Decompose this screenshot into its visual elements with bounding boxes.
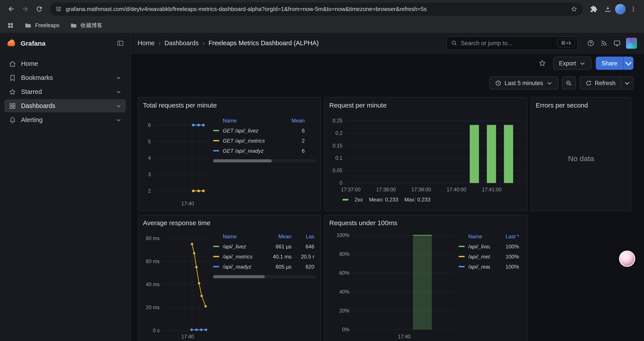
breadcrumb-separator: ›: [202, 40, 204, 46]
legend-scrollbar[interactable]: [213, 159, 316, 162]
legend-scrollbar[interactable]: [213, 275, 316, 278]
line-chart[interactable]: 80 ms60 ms40 ms20 ms0 s17:40: [143, 229, 210, 341]
legend-row[interactable]: /api/_metrics40.1 ms20.5 r: [213, 251, 316, 261]
legend-column-header[interactable]: Mean: [269, 233, 292, 240]
scrollbar-thumb[interactable]: [213, 159, 272, 162]
forward-icon[interactable]: [18, 3, 32, 16]
assistant-avatar[interactable]: [619, 251, 635, 267]
grafana-logo[interactable]: [6, 38, 16, 48]
legend-row[interactable]: /api/_readyz605 µs620: [213, 261, 316, 272]
legend-column-header[interactable]: Name: [223, 233, 264, 240]
bar-chart[interactable]: 100%80%60%40%20%0%17:40: [329, 229, 455, 341]
svg-text:6: 6: [148, 122, 151, 128]
refresh-icon: [585, 80, 592, 86]
breadcrumb-item[interactable]: Dashboards: [164, 40, 198, 47]
sidebar-item-alerting[interactable]: Alerting: [4, 113, 126, 126]
browser-profile-avatar[interactable]: [615, 4, 626, 14]
news-icon[interactable]: [597, 37, 610, 50]
legend-row[interactable]: /api/_livez100%: [458, 241, 522, 251]
panel-title[interactable]: Total requests per minute: [143, 101, 316, 110]
favorite-dashboard-icon[interactable]: [536, 57, 549, 70]
search-box[interactable]: ⌘+k: [446, 36, 578, 50]
site-settings-icon[interactable]: [55, 6, 62, 12]
extensions-icon[interactable]: [587, 3, 600, 16]
share-button[interactable]: Share: [596, 57, 634, 70]
sidebar-item-dashboards[interactable]: Dashboards: [4, 99, 126, 112]
line-chart[interactable]: 2345617:40: [143, 112, 210, 208]
sidebar-item-label: Starred: [21, 88, 42, 95]
series-mean: 605 µs: [269, 263, 292, 270]
sidebar-item-home[interactable]: Home: [4, 57, 126, 70]
search-shortcut: ⌘+k: [557, 39, 575, 47]
panel-title[interactable]: Errors per second: [536, 101, 626, 110]
apps-grid-icon[interactable]: [7, 22, 14, 29]
breadcrumb-separator: ›: [158, 40, 160, 46]
panel-title[interactable]: Request per minute: [329, 101, 522, 110]
sidebar-item-bookmarks[interactable]: Bookmarks: [4, 71, 126, 84]
chevron-down-icon[interactable]: [116, 75, 122, 81]
refresh-interval-icon[interactable]: [621, 77, 633, 89]
sidebar-item-starred[interactable]: Starred: [4, 85, 126, 98]
series-stat: Max: 0.233: [404, 197, 430, 203]
zoom-out-button[interactable]: [562, 76, 576, 90]
legend-row[interactable]: GET /api/_livez6: [213, 126, 316, 136]
svg-text:3: 3: [148, 172, 151, 177]
svg-text:17:40: 17:40: [398, 334, 410, 339]
legend-column-header[interactable]: Las: [296, 233, 314, 240]
series-name: /api/_livez: [468, 243, 490, 249]
collapse-sidebar-icon[interactable]: [116, 40, 124, 47]
legend-row[interactable]: /api/_metrics100%: [458, 251, 522, 261]
panel-title[interactable]: Requests under 100ms: [329, 219, 522, 227]
address-bar[interactable]: grafana.mathmast.com/d/deytv4rwavabkb/fr…: [50, 3, 582, 16]
panel-title[interactable]: Average response time: [143, 219, 316, 227]
sidebar-item-label: Home: [21, 60, 38, 67]
legend-row[interactable]: /api/_readyz100%: [458, 261, 522, 272]
panel-row-2: Average response time 80 ms60 ms40 ms20 …: [138, 215, 634, 341]
bookmark-star-icon[interactable]: [571, 6, 577, 12]
legend-column-header[interactable]: Name: [223, 118, 283, 124]
display-icon[interactable]: [610, 37, 624, 50]
refresh-button[interactable]: Refresh: [580, 77, 621, 89]
series-color-dash: [342, 199, 348, 201]
svg-text:17:37:00: 17:37:00: [341, 187, 360, 192]
bookmark-folder[interactable]: 收藏博客: [70, 22, 102, 29]
reload-icon[interactable]: [32, 3, 46, 16]
bookmark-folder[interactable]: Freeleaps: [24, 22, 60, 29]
panel-legend: NameLast */api/_livez100%/api/_metrics10…: [458, 229, 522, 341]
chevron-down-icon[interactable]: [116, 89, 122, 95]
legend-row[interactable]: GET /api/_metrics2: [213, 136, 316, 146]
screen: grafana.mathmast.com/d/deytv4rwavabkb/fr…: [0, 0, 644, 341]
export-button[interactable]: Export: [553, 57, 592, 70]
chevron-down-icon[interactable]: [116, 117, 122, 123]
svg-text:20 ms: 20 ms: [146, 304, 160, 310]
user-avatar[interactable]: [626, 38, 637, 49]
time-range-picker[interactable]: Last 5 minutes: [489, 76, 558, 90]
svg-text:0.2: 0.2: [335, 130, 342, 136]
chevron-down-icon[interactable]: [116, 103, 122, 109]
svg-text:17:40:00: 17:40:00: [447, 187, 466, 192]
browser-menu-icon[interactable]: [626, 3, 640, 16]
bell-icon: [9, 116, 16, 124]
scrollbar-thumb[interactable]: [213, 275, 264, 278]
breadcrumb: Home›Dashboards›Freeleaps Metrics Dashbo…: [138, 40, 319, 47]
legend-column-header[interactable]: Last *: [494, 233, 519, 240]
main-area: Home›Dashboards›Freeleaps Metrics Dashbo…: [131, 33, 644, 341]
back-icon[interactable]: [4, 3, 18, 16]
legend-row[interactable]: 2xxMean: 0.233Max: 0.233: [329, 197, 522, 203]
legend-column-header[interactable]: Name: [468, 233, 490, 240]
bar-chart[interactable]: 0.250.20.150.10.05017:37:0017:38:0017:39…: [329, 112, 524, 193]
share-options-icon[interactable]: [623, 57, 634, 70]
legend-row[interactable]: GET /api/_readyz6: [213, 146, 316, 156]
downloads-icon[interactable]: [601, 3, 614, 16]
legend-column-header[interactable]: Mean: [287, 118, 305, 124]
legend-row[interactable]: /api/_livez661 µs646: [213, 241, 316, 251]
apps-icon: [9, 102, 16, 110]
series-name: GET /api/_livez: [223, 128, 283, 134]
search-input[interactable]: [461, 40, 554, 46]
series-mean: 661 µs: [269, 243, 292, 249]
series-last: 20.5 r: [296, 253, 314, 260]
svg-text:17:39:00: 17:39:00: [412, 187, 431, 192]
help-icon[interactable]: [584, 37, 597, 50]
breadcrumb-item[interactable]: Home: [138, 40, 154, 47]
series-last: 620: [296, 263, 314, 270]
